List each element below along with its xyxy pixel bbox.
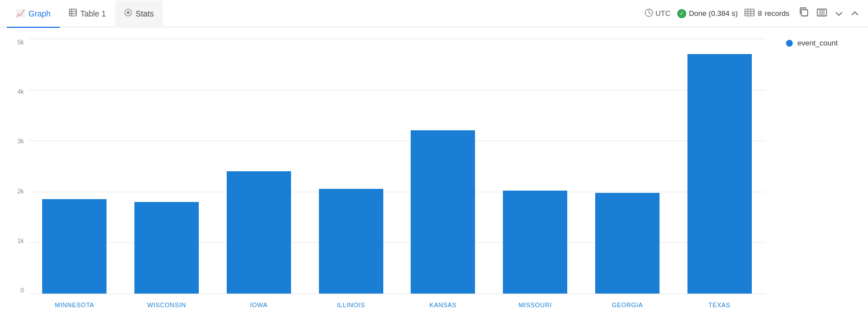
legend-dot [786, 40, 793, 47]
y-label-2k: 2k [17, 188, 24, 195]
bar-group [397, 39, 489, 294]
svg-rect-0 [69, 9, 76, 16]
chevron-up-icon[interactable] [849, 6, 861, 20]
tab-stats[interactable]: Stats [115, 1, 163, 28]
bar-group [489, 39, 582, 294]
bar-minnesota[interactable] [42, 199, 107, 294]
x-label-group: WISCONSIN [121, 294, 213, 316]
tabs-bar: 📈 Graph Table 1 Stats [0, 0, 868, 27]
bar-missouri[interactable] [503, 191, 567, 294]
x-label-illinois: ILLINOIS [337, 302, 365, 308]
bar-wisconsin[interactable] [134, 202, 199, 294]
x-label-group: GEORGIA [582, 294, 674, 316]
header-right: UTC ✓ Done (0.384 s) 8 records [645, 6, 861, 21]
bar-group [582, 39, 674, 294]
tabs-left: 📈 Graph Table 1 Stats [7, 0, 163, 27]
graph-icon: 📈 [16, 9, 25, 18]
svg-point-5 [127, 11, 130, 14]
x-label-group: MISSOURI [489, 294, 582, 316]
tab-graph[interactable]: 📈 Graph [7, 1, 60, 28]
chart-container: 5k 4k 3k 2k 1k 0 MINNESOTAWISCONSINIOWAI… [0, 27, 868, 322]
y-label-1k: 1k [17, 237, 24, 244]
x-label-missouri: MISSOURI [518, 302, 551, 308]
y-label-3k: 3k [17, 138, 24, 145]
table-icon [69, 9, 77, 18]
y-axis: 5k 4k 3k 2k 1k 0 [0, 39, 28, 294]
bar-georgia[interactable] [595, 193, 660, 294]
bar-illinois[interactable] [319, 189, 383, 294]
x-label-wisconsin: WISCONSIN [148, 302, 186, 308]
bar-group [305, 39, 397, 294]
tab-graph-label: Graph [28, 9, 51, 18]
x-label-kansas: KANSAS [429, 302, 457, 308]
x-label-group: ILLINOIS [305, 294, 397, 316]
records-label: records [765, 9, 789, 18]
clock-icon [645, 9, 653, 19]
y-label-5k: 5k [17, 39, 24, 46]
records-icon [744, 9, 755, 18]
x-axis: MINNESOTAWISCONSINIOWAILLINOISKANSASMISS… [28, 294, 765, 316]
y-label-4k: 4k [17, 88, 24, 95]
x-label-minnesota: MINNESOTA [55, 302, 94, 308]
x-label-georgia: GEORGIA [612, 302, 643, 308]
chart-main: 5k 4k 3k 2k 1k 0 MINNESOTAWISCONSINIOWAI… [0, 33, 777, 322]
x-label-iowa: IOWA [250, 302, 268, 308]
svg-rect-14 [801, 10, 808, 16]
utc-section: UTC [645, 9, 671, 19]
legend-area: event_count [777, 33, 868, 322]
done-icon: ✓ [677, 9, 686, 18]
x-label-group: IOWA [213, 294, 305, 316]
bar-group [673, 39, 765, 294]
bar-group [28, 39, 121, 294]
bar-kansas[interactable] [411, 130, 475, 294]
done-label: Done (0.384 s) [689, 9, 738, 18]
expand-icon[interactable] [814, 6, 829, 20]
svg-line-8 [649, 13, 650, 14]
x-label-group: TEXAS [673, 294, 765, 316]
tab-table1-label: Table 1 [80, 9, 106, 18]
chevron-down-icon[interactable] [833, 6, 845, 20]
x-label-group: MINNESOTA [28, 294, 121, 316]
done-badge: ✓ Done (0.384 s) [677, 9, 738, 18]
utc-label: UTC [656, 9, 671, 18]
tab-table1[interactable]: Table 1 [60, 1, 115, 28]
copy-icon[interactable] [796, 6, 811, 21]
legend-label: event_count [797, 39, 838, 47]
x-label-group: KANSAS [397, 294, 489, 316]
x-label-texas: TEXAS [709, 302, 731, 308]
svg-rect-9 [745, 9, 754, 16]
bar-group [213, 39, 305, 294]
bars-area [28, 39, 765, 294]
records-count: 8 [758, 9, 761, 18]
records-badge: 8 records [744, 9, 789, 18]
toolbar-icons [796, 6, 861, 21]
stats-icon [124, 9, 132, 18]
legend-item-event-count: event_count [786, 39, 859, 47]
y-label-0: 0 [21, 287, 24, 294]
bar-iowa[interactable] [227, 171, 291, 294]
bar-texas[interactable] [687, 54, 752, 294]
tab-stats-label: Stats [136, 9, 154, 18]
bar-group [121, 39, 213, 294]
